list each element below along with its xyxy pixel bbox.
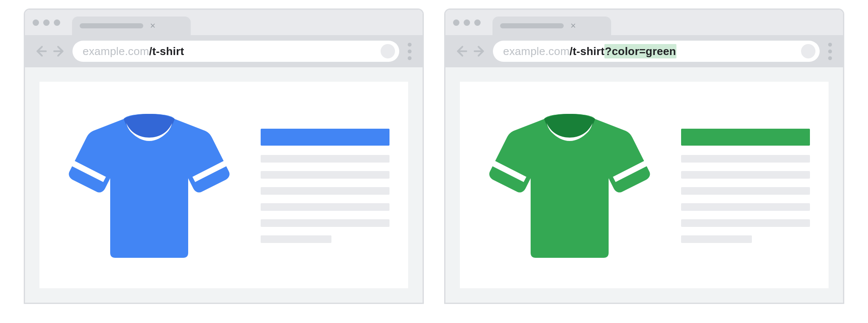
product-image <box>479 109 661 261</box>
close-icon[interactable]: × <box>570 21 576 30</box>
tab-title-placeholder <box>80 23 143 28</box>
text-line <box>261 187 389 195</box>
url-path: /t-shirt <box>149 45 184 58</box>
tab-strip: × <box>25 10 423 35</box>
browser-tab[interactable]: × <box>72 17 191 35</box>
product-title-bar <box>681 129 810 146</box>
url-text: example.com/t-shirt?color=green <box>503 45 796 58</box>
product-description-lines <box>681 155 810 243</box>
product-description-lines <box>261 155 389 243</box>
address-bar[interactable]: example.com/t-shirt?color=green <box>493 41 820 62</box>
url-text: example.com/t-shirt <box>83 45 376 58</box>
url-domain: example.com <box>83 45 149 58</box>
text-line <box>681 187 810 195</box>
browser-toolbar: example.com/t-shirt <box>25 35 423 67</box>
text-line <box>681 235 752 243</box>
close-icon[interactable]: × <box>150 21 156 30</box>
page-viewport <box>445 67 843 303</box>
text-line <box>261 219 389 227</box>
product-page <box>39 82 408 288</box>
product-page <box>460 82 829 288</box>
menu-button[interactable] <box>826 43 835 60</box>
text-line <box>681 155 810 163</box>
forward-button[interactable] <box>53 44 67 58</box>
product-details <box>261 127 389 243</box>
text-line <box>261 203 389 211</box>
tshirt-green-icon <box>485 109 654 261</box>
page-viewport <box>25 67 423 303</box>
menu-button[interactable] <box>405 43 414 60</box>
back-button[interactable] <box>33 44 47 58</box>
product-title-bar <box>261 129 389 146</box>
back-button[interactable] <box>454 44 467 58</box>
text-line <box>261 235 331 243</box>
tab-title-placeholder <box>500 23 564 28</box>
forward-button[interactable] <box>473 44 487 58</box>
window-controls-icon <box>453 19 481 26</box>
text-line <box>681 171 810 179</box>
product-image <box>58 109 240 261</box>
text-line <box>681 219 810 227</box>
browser-tab[interactable]: × <box>492 17 611 35</box>
tab-strip: × <box>445 10 843 35</box>
url-domain: example.com <box>503 45 570 58</box>
window-controls-icon <box>33 19 60 26</box>
url-query-highlight: ?color=green <box>604 44 676 58</box>
address-indicator-icon <box>381 44 395 58</box>
text-line <box>681 203 810 211</box>
text-line <box>261 171 389 179</box>
browser-toolbar: example.com/t-shirt?color=green <box>445 35 843 67</box>
address-indicator-icon <box>801 44 815 58</box>
tshirt-blue-icon <box>64 109 234 261</box>
text-line <box>261 155 389 163</box>
browser-window-right: × example.com/t-shirt?color=green <box>444 8 844 304</box>
browser-window-left: × example.com/t-shirt <box>24 8 424 304</box>
address-bar[interactable]: example.com/t-shirt <box>72 41 399 62</box>
url-path: /t-shirt <box>570 45 604 58</box>
product-details <box>681 127 810 243</box>
diagram-stage: × example.com/t-shirt <box>0 0 868 304</box>
